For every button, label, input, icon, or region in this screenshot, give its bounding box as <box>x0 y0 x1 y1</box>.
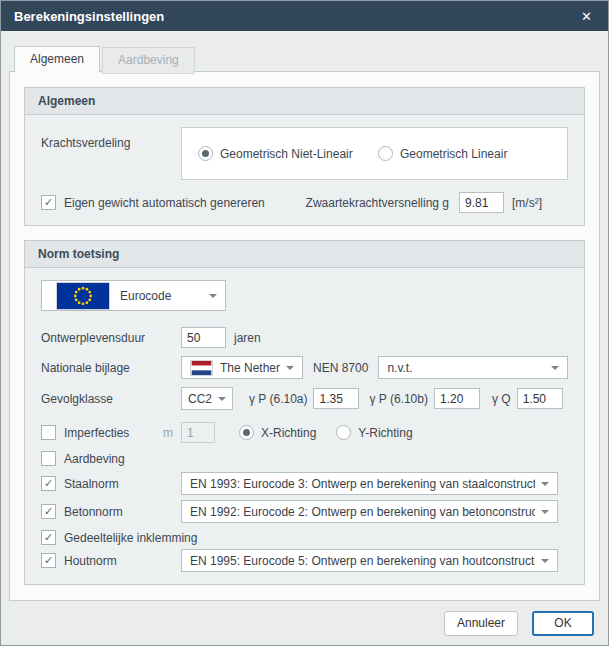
radio-unselected-icon <box>336 425 351 440</box>
radio-selected-icon <box>198 146 213 161</box>
design-life-unit: jaren <box>234 331 261 345</box>
group-norm-body: Eurocode Ontwerplevensduur jaren Nationa… <box>25 268 584 584</box>
design-life-row: Ontwerplevensduur jaren <box>41 327 568 348</box>
code-select-value: Eurocode <box>120 289 193 303</box>
radio-x-label: X-Richting <box>261 426 316 440</box>
chevron-down-icon <box>551 366 559 370</box>
footer: Annuleer OK <box>1 601 608 645</box>
tab-page-algemeen: Algemeen Krachtsverdeling Geometrisch Ni… <box>9 71 600 601</box>
radio-y-direction[interactable]: Y-Richting <box>336 425 412 440</box>
timber-norm-row: ✓ Houtnorm EN 1995: Eurocode 5: Ontwerp … <box>41 549 568 572</box>
self-weight-row: ✓ Eigen gewicht automatisch genereren Zw… <box>41 192 568 213</box>
tab-bar: Algemeen Aardbeving <box>1 31 608 72</box>
checkbox-checked-icon[interactable]: ✓ <box>41 195 56 210</box>
ok-button[interactable]: OK <box>532 611 594 636</box>
titlebar[interactable]: Berekeningsinstellingen ✕ <box>1 1 608 31</box>
consequence-class-select[interactable]: CC2 <box>181 387 233 410</box>
earthquake-row: Aardbeving <box>41 451 568 466</box>
group-algemeen-header: Algemeen <box>25 88 584 115</box>
radio-x-direction[interactable]: X-Richting <box>239 425 316 440</box>
chevron-down-icon <box>541 510 549 514</box>
gamma-q-label: γ Q <box>492 392 511 406</box>
checkbox-checked-icon[interactable]: ✓ <box>41 476 56 491</box>
chevron-down-icon <box>541 482 549 486</box>
check-icon: ✓ <box>44 197 53 208</box>
dialog-title: Berekeningsinstellingen <box>14 9 578 24</box>
national-annex-value: The Netherlands <box>220 361 280 375</box>
steel-norm-value: EN 1993: Eurocode 3: Ontwerp en berekeni… <box>190 477 535 491</box>
partial-fixity-checkbox-group[interactable]: ✓ Gedeeltelijke inklemming <box>41 530 568 545</box>
tab-algemeen[interactable]: Algemeen <box>14 46 100 73</box>
design-life-label: Ontwerplevensduur <box>41 331 181 345</box>
group-algemeen-body: Krachtsverdeling Geometrisch Niet-Lineai… <box>25 115 584 225</box>
radio-dot-icon <box>243 429 250 436</box>
timber-norm-select[interactable]: EN 1995: Eurocode 5: Ontwerp en berekeni… <box>181 549 558 572</box>
steel-norm-select[interactable]: EN 1993: Eurocode 3: Ontwerp en berekeni… <box>181 472 558 495</box>
gamma-q-input[interactable] <box>517 388 563 409</box>
steel-label: Staalnorm <box>64 477 119 491</box>
force-distribution-panel: Geometrisch Niet-Lineair Geometrisch Lin… <box>181 127 568 180</box>
group-norm-header: Norm toetsing <box>25 241 584 268</box>
m-input[interactable] <box>181 422 215 443</box>
radio-geometric-linear[interactable]: Geometrisch Lineair <box>378 146 507 161</box>
partial-fixity-label: Gedeeltelijke inklemming <box>64 531 197 545</box>
gamma-p-610b-input[interactable] <box>434 388 480 409</box>
timber-checkbox-group[interactable]: ✓ Houtnorm <box>41 553 181 568</box>
gravity-group: Zwaartekrachtversnelling g [m/s²] <box>306 192 542 213</box>
concrete-checkbox-group[interactable]: ✓ Betonnorm <box>41 504 181 519</box>
radio-unselected-icon <box>378 146 393 161</box>
chevron-down-icon <box>286 366 294 370</box>
checkbox-unchecked-icon[interactable] <box>41 425 56 440</box>
check-icon: ✓ <box>44 555 53 566</box>
tab-aardbeving-label: Aardbeving <box>118 53 179 67</box>
consequence-class-row: Gevolgklasse CC2 γ P (6.10a) γ P (6.10b)… <box>41 387 568 410</box>
checkbox-checked-icon[interactable]: ✓ <box>41 504 56 519</box>
imperfections-label: Imperfecties <box>64 426 129 440</box>
gravity-label: Zwaartekrachtversnelling g <box>306 196 449 210</box>
nen-select[interactable]: n.v.t. <box>378 356 568 379</box>
tab-aardbeving[interactable]: Aardbeving <box>102 47 195 74</box>
earthquake-label: Aardbeving <box>64 452 125 466</box>
check-icon: ✓ <box>44 506 53 517</box>
concrete-norm-value: EN 1992: Eurocode 2: Ontwerp en berekeni… <box>190 505 535 519</box>
self-weight-checkbox-group[interactable]: ✓ Eigen gewicht automatisch genereren <box>41 195 265 210</box>
chevron-down-icon <box>218 397 226 401</box>
gamma-p-610a-label: γ P (6.10a) <box>249 392 307 406</box>
checkbox-checked-icon[interactable]: ✓ <box>41 553 56 568</box>
radio-geometric-nonlinear[interactable]: Geometrisch Niet-Lineair <box>198 146 378 161</box>
close-icon[interactable]: ✕ <box>578 9 595 24</box>
gravity-input[interactable] <box>459 192 504 213</box>
settings-dialog: Berekeningsinstellingen ✕ Algemeen Aardb… <box>0 0 609 646</box>
radio-dot-icon <box>202 150 209 157</box>
consequence-class-value: CC2 <box>188 392 215 406</box>
consequence-class-label: Gevolgklasse <box>41 392 181 406</box>
concrete-label: Betonnorm <box>64 505 123 519</box>
national-annex-select[interactable]: The Netherlands <box>181 356 303 379</box>
imperfections-checkbox-group[interactable]: Imperfecties <box>41 425 163 440</box>
checkbox-unchecked-icon[interactable] <box>41 451 56 466</box>
concrete-norm-select[interactable]: EN 1992: Eurocode 2: Ontwerp en berekeni… <box>181 500 558 523</box>
chevron-down-icon <box>541 559 549 563</box>
timber-norm-value: EN 1995: Eurocode 5: Ontwerp en berekeni… <box>190 554 535 568</box>
concrete-norm-row: ✓ Betonnorm EN 1992: Eurocode 2: Ontwerp… <box>41 500 568 523</box>
steel-checkbox-group[interactable]: ✓ Staalnorm <box>41 476 181 491</box>
radio-y-label: Y-Richting <box>358 426 412 440</box>
cancel-button[interactable]: Annuleer <box>444 611 518 636</box>
eu-flag-icon <box>56 282 110 310</box>
gravity-unit: [m/s²] <box>512 196 542 210</box>
group-algemeen: Algemeen Krachtsverdeling Geometrisch Ni… <box>24 87 585 226</box>
nen-select-value: n.v.t. <box>387 361 545 375</box>
group-norm-toetsing: Norm toetsing <box>24 240 585 585</box>
checkbox-checked-icon[interactable]: ✓ <box>41 530 56 545</box>
self-weight-label: Eigen gewicht automatisch genereren <box>64 196 265 210</box>
earthquake-checkbox-group[interactable]: Aardbeving <box>41 451 568 466</box>
steel-norm-row: ✓ Staalnorm EN 1993: Eurocode 3: Ontwerp… <box>41 472 568 495</box>
chevron-down-icon <box>209 294 217 298</box>
national-annex-label: Nationale bijlage <box>41 361 181 375</box>
radio-geometric-linear-label: Geometrisch Lineair <box>400 147 507 161</box>
gamma-p-610a-input[interactable] <box>313 388 359 409</box>
national-annex-row: Nationale bijlage The Netherlands NEN 87… <box>41 356 568 379</box>
design-life-input[interactable] <box>181 327 226 348</box>
force-distribution-row: Krachtsverdeling Geometrisch Niet-Lineai… <box>41 127 568 180</box>
code-select[interactable]: Eurocode <box>41 280 226 311</box>
